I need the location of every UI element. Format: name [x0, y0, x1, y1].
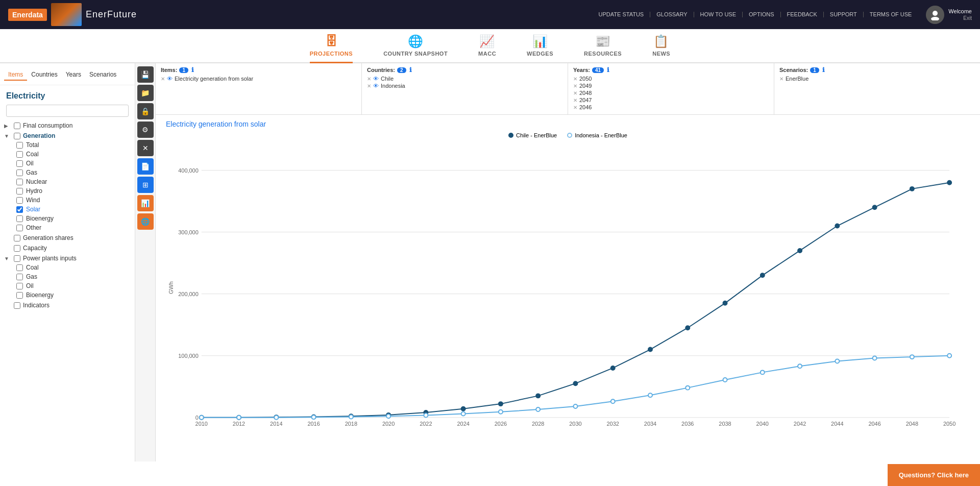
save-icon-btn[interactable]: 💾: [137, 66, 154, 83]
filter-remove-icon[interactable]: ✕: [573, 90, 577, 96]
filter-eye-icon[interactable]: 👁: [373, 76, 379, 82]
items-info-icon[interactable]: ℹ: [191, 66, 194, 74]
child-label-ppi_oil: Oil: [26, 282, 34, 289]
filter-remove-icon[interactable]: ✕: [367, 76, 371, 82]
globe_orange-icon-btn[interactable]: 🌐: [137, 213, 154, 230]
filter-country-text: Chile: [381, 76, 394, 82]
tree-child-gen_total[interactable]: Total: [12, 140, 135, 150]
countries-info-icon[interactable]: ℹ: [409, 66, 412, 74]
tab-resources[interactable]: 📰 RESOURCES: [584, 34, 622, 63]
tree-parent-generation[interactable]: ▼Generation: [0, 131, 135, 140]
tree-parent-indicators[interactable]: Indicators: [0, 301, 135, 310]
folder-icon-btn[interactable]: 📁: [137, 85, 154, 101]
tab-projections[interactable]: 🗄 PROJECTIONS: [310, 34, 353, 63]
scenarios-info-icon[interactable]: ℹ: [822, 66, 825, 74]
sidebar-tab-countries[interactable]: Countries: [27, 69, 61, 81]
sidebar-tab-years[interactable]: Years: [62, 69, 85, 81]
doc_blue-icon-btn[interactable]: 📄: [137, 158, 154, 175]
tree-checkbox-final_consumption[interactable]: [14, 123, 20, 129]
filter-remove-icon[interactable]: ✕: [779, 76, 783, 82]
tab-news[interactable]: 📋 NEWS: [652, 34, 670, 63]
child-checkbox-gen_coal[interactable]: [16, 151, 23, 158]
filter-remove-icon[interactable]: ✕: [573, 105, 577, 110]
tree-parent-final_consumption[interactable]: ▶Final consumption: [0, 121, 135, 130]
child-checkbox-ppi_oil[interactable]: [16, 283, 23, 289]
child-checkbox-gen_gas[interactable]: [16, 169, 23, 176]
tree-toggle-final_consumption[interactable]: ▶: [4, 123, 11, 129]
child-checkbox-gen_bioenergy[interactable]: [16, 215, 23, 222]
tree-child-ppi_oil[interactable]: Oil: [12, 281, 135, 290]
enerdata-logo[interactable]: Enerdata: [8, 9, 47, 21]
settings-icon-btn[interactable]: ⚙: [137, 121, 154, 138]
header-nav-glossary[interactable]: GLOSSARY: [650, 12, 694, 17]
tree-child-ppi_coal[interactable]: Coal: [12, 263, 135, 272]
filter-eye-icon[interactable]: 👁: [373, 83, 379, 89]
years-info-icon[interactable]: ℹ: [607, 66, 609, 74]
tab-country_snapshot[interactable]: 🌐 COUNTRY SNAPSHOT: [383, 34, 448, 63]
tree-checkbox-generation[interactable]: [14, 133, 20, 139]
child-checkbox-gen_wind[interactable]: [16, 197, 23, 204]
child-checkbox-ppi_gas[interactable]: [16, 274, 23, 280]
child-label-gen_wind: Wind: [26, 197, 40, 204]
tree-checkbox-capacity[interactable]: [14, 245, 20, 252]
child-checkbox-gen_oil[interactable]: [16, 160, 23, 167]
child-checkbox-gen_other[interactable]: [16, 225, 23, 231]
filter-remove-icon[interactable]: ✕: [573, 98, 577, 103]
filter-eye-icon[interactable]: 👁: [167, 76, 173, 82]
tree-parent-power_plants_inputs[interactable]: ▼Power plants inputs: [0, 254, 135, 263]
header-nav-terms-of-use[interactable]: TERMS OF USE: [864, 12, 918, 17]
tree-group-indicators: Indicators: [0, 301, 135, 310]
tree-checkbox-power_plants_inputs[interactable]: [14, 255, 20, 262]
countries-filter-list: ✕ 👁 Chile✕ 👁 Indonesia: [367, 76, 562, 89]
tree-child-gen_gas[interactable]: Gas: [12, 168, 135, 177]
svg-point-65: [573, 404, 577, 408]
header-nav-options[interactable]: OPTIONS: [743, 12, 781, 17]
tree-child-gen_oil[interactable]: Oil: [12, 159, 135, 168]
child-checkbox-ppi_coal[interactable]: [16, 264, 23, 271]
tree-child-gen_solar[interactable]: Solar: [12, 205, 135, 214]
child-checkbox-gen_nuclear[interactable]: [16, 179, 23, 185]
tree-child-gen_other[interactable]: Other: [12, 223, 135, 232]
tree-checkbox-generation_shares[interactable]: [14, 235, 20, 241]
tree-child-gen_bioenergy[interactable]: Bioenergy: [12, 214, 135, 223]
tree-child-ppi_gas[interactable]: Gas: [12, 272, 135, 281]
tree-checkbox-indicators[interactable]: [14, 302, 20, 309]
electricity-title: Electricity: [0, 89, 135, 105]
child-checkbox-gen_hydro[interactable]: [16, 188, 23, 195]
tab-macc[interactable]: 📈 MACC: [478, 34, 496, 63]
child-checkbox-ppi_bioenergy[interactable]: [16, 292, 23, 299]
user-name[interactable]: Welcome Exit: [948, 8, 972, 21]
tree-child-gen_wind[interactable]: Wind: [12, 196, 135, 205]
filter-remove-icon[interactable]: ✕: [367, 83, 371, 89]
tab-icon-resources: 📰: [595, 34, 611, 48]
header-nav-feedback[interactable]: FEEDBACK: [781, 12, 824, 17]
filter-remove-icon[interactable]: ✕: [573, 83, 577, 89]
user-avatar-icon[interactable]: [926, 6, 944, 24]
svg-point-52: [873, 205, 877, 209]
chart_orange-icon-btn[interactable]: 📊: [137, 195, 154, 211]
tab-wedges[interactable]: 📊 WEDGES: [527, 34, 553, 63]
chart-area: Electricity generation from solar Chile …: [156, 115, 980, 461]
tree-toggle-power_plants_inputs[interactable]: ▼: [4, 256, 11, 261]
sidebar-tab-scenarios[interactable]: Scenarios: [85, 69, 120, 81]
header-nav-how-to-use[interactable]: HOW TO USE: [694, 12, 743, 17]
tree-child-gen_coal[interactable]: Coal: [12, 150, 135, 159]
tree-child-gen_nuclear[interactable]: Nuclear: [12, 177, 135, 186]
lock-icon-btn[interactable]: 🔒: [137, 103, 154, 119]
tree-parent-generation_shares[interactable]: Generation shares: [0, 233, 135, 242]
grid-icon-btn[interactable]: ⊞: [137, 177, 154, 193]
tree-child-ppi_bioenergy[interactable]: Bioenergy: [12, 290, 135, 300]
icon-sidebar: 💾📁🔒⚙✕📄⊞📊🌐: [135, 63, 156, 461]
child-checkbox-gen_solar[interactable]: [16, 206, 23, 213]
tree-child-gen_hydro[interactable]: Hydro: [12, 186, 135, 196]
filter-remove-icon[interactable]: ✕: [573, 76, 577, 82]
child-checkbox-gen_total[interactable]: [16, 142, 23, 149]
header-nav-support[interactable]: SUPPORT: [824, 12, 864, 17]
search-input[interactable]: [6, 105, 129, 117]
expand-icon-btn[interactable]: ✕: [137, 140, 154, 156]
sidebar-tab-items[interactable]: Items: [4, 69, 27, 81]
header-nav-update-status[interactable]: UPDATE STATUS: [593, 12, 651, 17]
tree-toggle-generation[interactable]: ▼: [4, 133, 11, 139]
filter-remove-icon[interactable]: ✕: [161, 76, 165, 82]
tree-parent-capacity[interactable]: Capacity: [0, 244, 135, 253]
